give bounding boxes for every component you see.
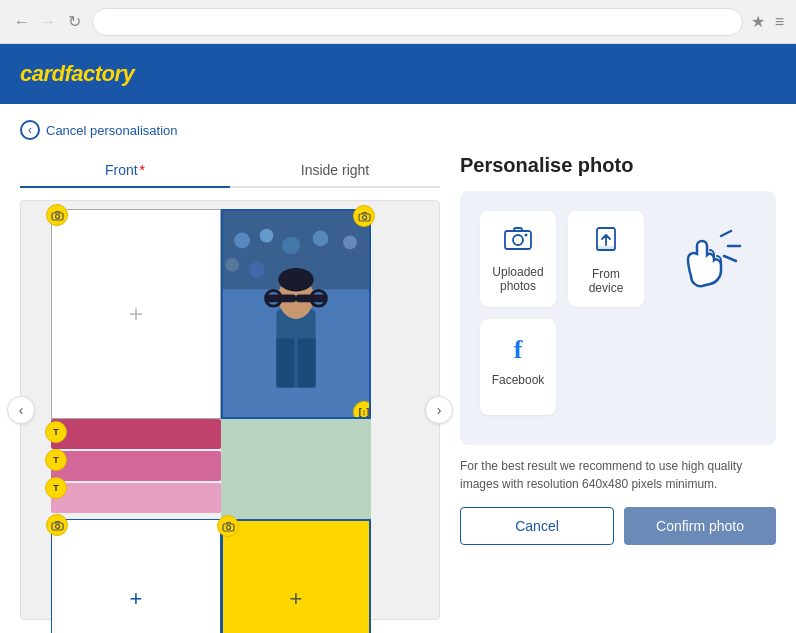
tabs-container: Front* Inside right <box>20 154 440 188</box>
address-bar[interactable] <box>92 8 743 36</box>
card-top-row: + <box>51 209 409 419</box>
tab-inside-right[interactable]: Inside right <box>230 154 440 186</box>
zone-bottom-left[interactable]: + <box>51 519 221 633</box>
left-panel: Front* Inside right ‹ › <box>20 154 440 620</box>
hand-cursor-icon <box>666 221 746 301</box>
svg-point-11 <box>225 258 239 272</box>
personalise-title: Personalise photo <box>460 154 776 177</box>
text-badge-2[interactable]: T <box>45 449 67 471</box>
action-buttons: Cancel Confirm photo <box>460 507 776 545</box>
card-editor: ‹ › <box>20 200 440 620</box>
photo-options-box: Uploadedphotos From devic <box>460 191 776 445</box>
option-uploaded-photos[interactable]: Uploadedphotos <box>480 211 556 307</box>
browser-chrome: ← → ↻ ★ ≡ <box>0 0 796 44</box>
site-header: cardfactory <box>0 44 796 104</box>
svg-point-15 <box>278 268 313 292</box>
card-layout: + <box>51 209 409 611</box>
zone-bottom-left-plus: + <box>130 586 143 612</box>
svg-point-6 <box>234 233 250 249</box>
forward-button[interactable]: → <box>38 12 58 32</box>
tab-front[interactable]: Front* <box>20 154 230 188</box>
card-bottom-row: + + <box>51 519 409 633</box>
cam-badge-br[interactable] <box>217 515 239 537</box>
photo-image: [↕] <box>223 211 369 417</box>
svg-line-33 <box>724 256 736 261</box>
editor-inner: ‹ › <box>21 201 439 619</box>
uploaded-photos-icon <box>504 227 532 257</box>
svg-rect-26 <box>505 231 531 249</box>
site-logo[interactable]: cardfactory <box>20 61 134 87</box>
reload-button[interactable]: ↻ <box>64 12 84 32</box>
zone-bottom-right-plus: + <box>290 586 303 612</box>
svg-rect-21 <box>298 339 316 388</box>
cancel-personalisation-label: Cancel personalisation <box>46 123 178 138</box>
option-from-device[interactable]: From device <box>568 211 644 307</box>
zone-top-left-plus: + <box>129 300 143 328</box>
svg-point-23 <box>55 524 59 528</box>
svg-line-31 <box>721 231 731 236</box>
zone-top-left[interactable]: + <box>51 209 221 419</box>
star-icon[interactable]: ★ <box>751 12 765 31</box>
menu-icon[interactable]: ≡ <box>775 13 784 31</box>
uploaded-photos-label: Uploadedphotos <box>492 265 543 293</box>
info-text: For the best result we recommend to use … <box>460 457 776 493</box>
svg-point-1 <box>55 214 59 218</box>
resize-badge-tr[interactable]: [↕] <box>353 401 369 417</box>
cancel-personalisation-link[interactable]: ‹ Cancel personalisation <box>20 120 776 140</box>
facebook-icon: f <box>514 335 523 365</box>
stripe-2[interactable] <box>51 451 221 481</box>
cam-badge-bl[interactable] <box>46 514 68 536</box>
option-placeholder <box>568 319 644 415</box>
options-and-hand: Uploadedphotos From devic <box>480 211 756 425</box>
zone-top-right[interactable]: [↕] <box>221 209 371 419</box>
from-device-icon <box>594 227 618 259</box>
zone-bottom-right[interactable]: + <box>221 519 371 633</box>
editor-nav-left[interactable]: ‹ <box>7 396 35 424</box>
option-facebook[interactable]: f Facebook <box>480 319 556 415</box>
facebook-label: Facebook <box>492 373 545 387</box>
svg-rect-30 <box>597 246 615 250</box>
editor-nav-right[interactable]: › <box>425 396 453 424</box>
stripe-3[interactable] <box>51 483 221 513</box>
text-badge-3[interactable]: T <box>45 477 67 499</box>
text-badge-1[interactable]: T <box>45 421 67 443</box>
content-area: Front* Inside right ‹ › <box>20 154 776 620</box>
browser-nav: ← → ↻ <box>12 12 84 32</box>
cam-badge-tr[interactable] <box>353 205 375 227</box>
svg-point-7 <box>260 229 274 243</box>
svg-point-27 <box>513 235 523 245</box>
confirm-photo-button[interactable]: Confirm photo <box>624 507 776 545</box>
cancel-button[interactable]: Cancel <box>460 507 614 545</box>
svg-point-25 <box>226 525 230 529</box>
zone-green-rect <box>221 419 371 519</box>
hand-cursor-area <box>656 211 756 311</box>
svg-point-10 <box>343 236 357 250</box>
from-device-label: From device <box>578 267 634 295</box>
svg-point-12 <box>249 262 265 278</box>
browser-icons: ★ ≡ <box>751 12 784 31</box>
zone-stripes: T T T <box>51 419 221 519</box>
back-button[interactable]: ← <box>12 12 32 32</box>
card-middle-row: T T T <box>51 419 409 519</box>
options-grid: Uploadedphotos From devic <box>480 211 644 415</box>
svg-rect-20 <box>276 339 294 388</box>
back-arrow-icon: ‹ <box>20 120 40 140</box>
stripe-1[interactable] <box>51 419 221 449</box>
cam-badge-tl[interactable] <box>46 204 68 226</box>
main-content: ‹ Cancel personalisation Front* Inside r… <box>0 104 796 633</box>
svg-point-9 <box>313 231 329 247</box>
svg-point-28 <box>525 234 528 237</box>
svg-point-3 <box>362 215 366 219</box>
svg-point-8 <box>282 237 300 255</box>
right-panel: Personalise photo <box>460 154 776 620</box>
